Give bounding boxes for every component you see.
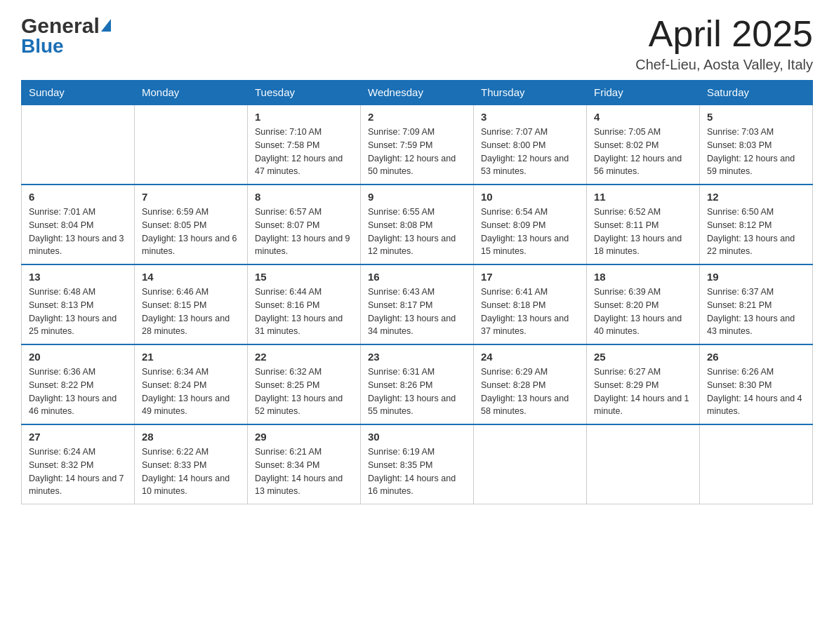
column-header-sunday: Sunday xyxy=(22,81,135,105)
day-number: 19 xyxy=(707,271,805,283)
calendar-cell: 26Sunrise: 6:26 AMSunset: 8:30 PMDayligh… xyxy=(700,344,813,424)
calendar-cell: 25Sunrise: 6:27 AMSunset: 8:29 PMDayligh… xyxy=(587,344,700,424)
day-number: 11 xyxy=(594,191,692,203)
calendar-table: SundayMondayTuesdayWednesdayThursdayFrid… xyxy=(21,80,813,504)
day-info: Sunrise: 6:21 AMSunset: 8:34 PMDaylight:… xyxy=(255,445,353,498)
day-number: 1 xyxy=(255,111,353,123)
calendar-cell: 7Sunrise: 6:59 AMSunset: 8:05 PMDaylight… xyxy=(135,185,248,264)
location-text: Chef-Lieu, Aosta Valley, Italy xyxy=(635,57,813,73)
day-number: 5 xyxy=(707,111,805,123)
day-info: Sunrise: 6:39 AMSunset: 8:20 PMDaylight:… xyxy=(594,286,692,338)
day-info: Sunrise: 6:29 AMSunset: 8:28 PMDaylight:… xyxy=(481,365,579,418)
day-number: 22 xyxy=(255,351,353,363)
day-number: 25 xyxy=(594,351,692,363)
day-info: Sunrise: 6:27 AMSunset: 8:29 PMDaylight:… xyxy=(594,365,692,418)
calendar-cell: 28Sunrise: 6:22 AMSunset: 8:33 PMDayligh… xyxy=(135,424,248,504)
day-number: 8 xyxy=(255,191,353,203)
day-info: Sunrise: 7:09 AMSunset: 7:59 PMDaylight:… xyxy=(368,126,466,178)
day-number: 21 xyxy=(142,351,240,363)
column-header-thursday: Thursday xyxy=(474,81,587,105)
calendar-cell xyxy=(22,105,135,185)
day-info: Sunrise: 6:48 AMSunset: 8:13 PMDaylight:… xyxy=(29,286,127,338)
day-info: Sunrise: 7:10 AMSunset: 7:58 PMDaylight:… xyxy=(255,126,353,178)
calendar-cell: 3Sunrise: 7:07 AMSunset: 8:00 PMDaylight… xyxy=(474,105,587,185)
day-info: Sunrise: 7:03 AMSunset: 8:03 PMDaylight:… xyxy=(707,126,805,178)
logo-triangle-icon xyxy=(101,19,111,32)
calendar-cell: 4Sunrise: 7:05 AMSunset: 8:02 PMDaylight… xyxy=(587,105,700,185)
title-area: April 2025 Chef-Lieu, Aosta Valley, Ital… xyxy=(635,14,813,73)
day-number: 7 xyxy=(142,191,240,203)
column-header-monday: Monday xyxy=(135,81,248,105)
day-number: 24 xyxy=(481,351,579,363)
day-info: Sunrise: 7:07 AMSunset: 8:00 PMDaylight:… xyxy=(481,126,579,178)
day-info: Sunrise: 6:26 AMSunset: 8:30 PMDaylight:… xyxy=(707,365,805,418)
calendar-cell: 8Sunrise: 6:57 AMSunset: 8:07 PMDaylight… xyxy=(248,185,361,264)
calendar-cell: 9Sunrise: 6:55 AMSunset: 8:08 PMDaylight… xyxy=(361,185,474,264)
calendar-cell: 19Sunrise: 6:37 AMSunset: 8:21 PMDayligh… xyxy=(700,264,813,344)
logo-general-text: General xyxy=(21,14,100,38)
calendar-cell xyxy=(474,424,587,504)
day-number: 2 xyxy=(368,111,466,123)
calendar-cell xyxy=(587,424,700,504)
calendar-cell: 11Sunrise: 6:52 AMSunset: 8:11 PMDayligh… xyxy=(587,185,700,264)
logo-blue-text: Blue xyxy=(21,35,111,58)
day-number: 16 xyxy=(368,271,466,283)
calendar-cell: 15Sunrise: 6:44 AMSunset: 8:16 PMDayligh… xyxy=(248,264,361,344)
day-number: 27 xyxy=(29,431,127,443)
calendar-cell: 10Sunrise: 6:54 AMSunset: 8:09 PMDayligh… xyxy=(474,185,587,264)
calendar-cell: 12Sunrise: 6:50 AMSunset: 8:12 PMDayligh… xyxy=(700,185,813,264)
day-info: Sunrise: 6:31 AMSunset: 8:26 PMDaylight:… xyxy=(368,365,466,418)
calendar-cell: 1Sunrise: 7:10 AMSunset: 7:58 PMDaylight… xyxy=(248,105,361,185)
calendar-cell: 14Sunrise: 6:46 AMSunset: 8:15 PMDayligh… xyxy=(135,264,248,344)
week-row-2: 6Sunrise: 7:01 AMSunset: 8:04 PMDaylight… xyxy=(22,185,813,264)
calendar-cell: 29Sunrise: 6:21 AMSunset: 8:34 PMDayligh… xyxy=(248,424,361,504)
day-info: Sunrise: 6:55 AMSunset: 8:08 PMDaylight:… xyxy=(368,206,466,258)
calendar-cell: 27Sunrise: 6:24 AMSunset: 8:32 PMDayligh… xyxy=(22,424,135,504)
column-header-tuesday: Tuesday xyxy=(248,81,361,105)
calendar-cell: 2Sunrise: 7:09 AMSunset: 7:59 PMDaylight… xyxy=(361,105,474,185)
day-number: 17 xyxy=(481,271,579,283)
day-number: 26 xyxy=(707,351,805,363)
day-number: 18 xyxy=(594,271,692,283)
day-info: Sunrise: 6:52 AMSunset: 8:11 PMDaylight:… xyxy=(594,206,692,258)
day-info: Sunrise: 6:50 AMSunset: 8:12 PMDaylight:… xyxy=(707,206,805,258)
week-row-3: 13Sunrise: 6:48 AMSunset: 8:13 PMDayligh… xyxy=(22,264,813,344)
day-number: 3 xyxy=(481,111,579,123)
day-number: 29 xyxy=(255,431,353,443)
day-info: Sunrise: 6:32 AMSunset: 8:25 PMDaylight:… xyxy=(255,365,353,418)
calendar-cell: 22Sunrise: 6:32 AMSunset: 8:25 PMDayligh… xyxy=(248,344,361,424)
week-row-4: 20Sunrise: 6:36 AMSunset: 8:22 PMDayligh… xyxy=(22,344,813,424)
day-number: 6 xyxy=(29,191,127,203)
day-info: Sunrise: 7:01 AMSunset: 8:04 PMDaylight:… xyxy=(29,206,127,258)
calendar-cell: 18Sunrise: 6:39 AMSunset: 8:20 PMDayligh… xyxy=(587,264,700,344)
week-row-5: 27Sunrise: 6:24 AMSunset: 8:32 PMDayligh… xyxy=(22,424,813,504)
calendar-cell: 30Sunrise: 6:19 AMSunset: 8:35 PMDayligh… xyxy=(361,424,474,504)
day-info: Sunrise: 6:36 AMSunset: 8:22 PMDaylight:… xyxy=(29,365,127,418)
calendar-cell: 16Sunrise: 6:43 AMSunset: 8:17 PMDayligh… xyxy=(361,264,474,344)
calendar-cell: 17Sunrise: 6:41 AMSunset: 8:18 PMDayligh… xyxy=(474,264,587,344)
day-info: Sunrise: 6:19 AMSunset: 8:35 PMDaylight:… xyxy=(368,445,466,498)
day-number: 28 xyxy=(142,431,240,443)
calendar-cell: 13Sunrise: 6:48 AMSunset: 8:13 PMDayligh… xyxy=(22,264,135,344)
day-number: 12 xyxy=(707,191,805,203)
calendar-cell: 6Sunrise: 7:01 AMSunset: 8:04 PMDaylight… xyxy=(22,185,135,264)
page-header: General Blue April 2025 Chef-Lieu, Aosta… xyxy=(21,14,813,73)
column-header-saturday: Saturday xyxy=(700,81,813,105)
day-number: 13 xyxy=(29,271,127,283)
day-number: 9 xyxy=(368,191,466,203)
calendar-cell: 24Sunrise: 6:29 AMSunset: 8:28 PMDayligh… xyxy=(474,344,587,424)
month-title: April 2025 xyxy=(635,14,813,54)
day-number: 20 xyxy=(29,351,127,363)
calendar-cell: 20Sunrise: 6:36 AMSunset: 8:22 PMDayligh… xyxy=(22,344,135,424)
day-number: 4 xyxy=(594,111,692,123)
day-number: 14 xyxy=(142,271,240,283)
day-info: Sunrise: 6:54 AMSunset: 8:09 PMDaylight:… xyxy=(481,206,579,258)
day-info: Sunrise: 7:05 AMSunset: 8:02 PMDaylight:… xyxy=(594,126,692,178)
logo: General Blue xyxy=(21,14,111,58)
column-header-wednesday: Wednesday xyxy=(361,81,474,105)
week-row-1: 1Sunrise: 7:10 AMSunset: 7:58 PMDaylight… xyxy=(22,105,813,185)
day-info: Sunrise: 6:37 AMSunset: 8:21 PMDaylight:… xyxy=(707,286,805,338)
calendar-cell: 21Sunrise: 6:34 AMSunset: 8:24 PMDayligh… xyxy=(135,344,248,424)
calendar-cell xyxy=(135,105,248,185)
day-info: Sunrise: 6:57 AMSunset: 8:07 PMDaylight:… xyxy=(255,206,353,258)
